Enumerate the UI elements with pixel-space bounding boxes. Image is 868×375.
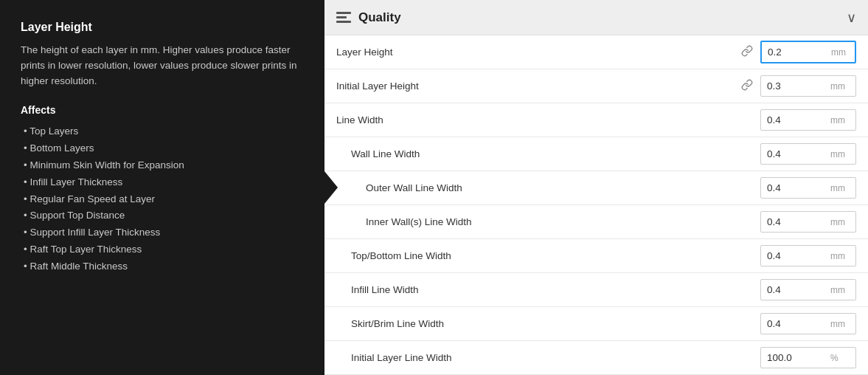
value-input[interactable] <box>762 42 828 62</box>
setting-label: Skirt/Brim Line Width <box>336 318 740 329</box>
value-input-wrapper: mm <box>760 279 856 300</box>
affects-list-item: Support Infill Layer Thickness <box>21 224 304 241</box>
link-icon[interactable] <box>737 45 757 59</box>
value-input-wrapper: mm <box>760 211 856 233</box>
tooltip-title: Layer Height <box>21 21 304 34</box>
value-input[interactable] <box>761 246 827 266</box>
setting-row: Layer Heightmm <box>324 35 868 69</box>
affects-heading: Affects <box>21 104 304 116</box>
value-input[interactable] <box>761 314 827 334</box>
affects-list-item: Regular Fan Speed at Layer <box>21 191 304 208</box>
value-input[interactable] <box>761 348 827 368</box>
setting-row: Inner Wall(s) Line Widthmm <box>324 205 868 239</box>
value-input[interactable] <box>761 76 827 96</box>
affects-list: Top LayersBottom LayersMinimum Skin Widt… <box>21 123 304 275</box>
tooltip-panel: Layer Height The height of each layer in… <box>0 0 324 375</box>
affects-list-item: Infill Layer Thickness <box>21 174 304 191</box>
value-input[interactable] <box>761 212 827 232</box>
value-unit: mm <box>827 217 851 227</box>
affects-list-item: Raft Top Layer Thickness <box>21 241 304 258</box>
value-input-wrapper: mm <box>760 177 856 199</box>
value-input[interactable] <box>761 280 827 300</box>
value-input-wrapper: mm <box>760 313 856 334</box>
value-unit: mm <box>827 251 851 261</box>
value-input[interactable] <box>761 144 827 164</box>
setting-label: Initial Layer Height <box>336 80 737 92</box>
setting-label: Infill Line Width <box>336 284 740 295</box>
value-unit: mm <box>827 81 851 92</box>
value-unit: mm <box>827 319 851 329</box>
value-unit: mm <box>827 115 851 125</box>
setting-label: Layer Height <box>336 47 737 58</box>
setting-row: Skirt/Brim Line Widthmm <box>324 307 868 341</box>
value-input-wrapper: mm <box>760 75 856 97</box>
setting-row: Initial Layer Line Width% <box>324 341 868 375</box>
setting-label: Initial Layer Line Width <box>336 352 740 363</box>
value-input[interactable] <box>761 110 827 130</box>
value-input-wrapper: mm <box>760 143 856 165</box>
value-unit: mm <box>827 149 851 159</box>
value-input-wrapper: mm <box>760 109 856 131</box>
value-input-wrapper: % <box>760 347 856 368</box>
quality-header[interactable]: Quality ∨ <box>324 0 868 35</box>
affects-list-item: Top Layers <box>21 123 304 140</box>
settings-body: Layer HeightmmInitial Layer HeightmmLine… <box>324 35 868 375</box>
value-unit: mm <box>827 183 851 193</box>
setting-row: Top/Bottom Line Widthmm <box>324 239 868 273</box>
tooltip-description: The height of each layer in mm. Higher v… <box>21 43 304 89</box>
link-icon[interactable] <box>737 79 757 93</box>
quality-header-left: Quality <box>336 10 401 25</box>
setting-label: Inner Wall(s) Line Width <box>336 216 740 227</box>
value-unit: % <box>827 353 844 363</box>
setting-row: Outer Wall Line Widthmm <box>324 171 868 205</box>
affects-list-item: Bottom Layers <box>21 140 304 157</box>
setting-row: Infill Line Widthmm <box>324 273 868 307</box>
setting-label: Wall Line Width <box>336 148 740 159</box>
quality-title: Quality <box>358 10 401 25</box>
setting-row: Wall Line Widthmm <box>324 137 868 171</box>
affects-list-item: Minimum Skin Width for Expansion <box>21 157 304 174</box>
affects-list-item: Support Top Distance <box>21 207 304 224</box>
value-input-wrapper: mm <box>760 41 856 63</box>
value-unit: mm <box>827 285 851 295</box>
setting-row: Initial Layer Heightmm <box>324 69 868 103</box>
settings-panel: Quality ∨ Layer HeightmmInitial Layer He… <box>324 0 868 375</box>
setting-label: Line Width <box>336 114 740 125</box>
value-input[interactable] <box>761 178 827 198</box>
quality-icon <box>336 12 351 23</box>
chevron-down-icon[interactable]: ∨ <box>847 10 856 26</box>
setting-label: Outer Wall Line Width <box>336 182 740 193</box>
setting-row: Line Widthmm <box>324 103 868 137</box>
value-input-wrapper: mm <box>760 245 856 266</box>
value-unit: mm <box>828 47 852 58</box>
setting-label: Top/Bottom Line Width <box>336 250 740 261</box>
affects-list-item: Raft Middle Thickness <box>21 258 304 275</box>
